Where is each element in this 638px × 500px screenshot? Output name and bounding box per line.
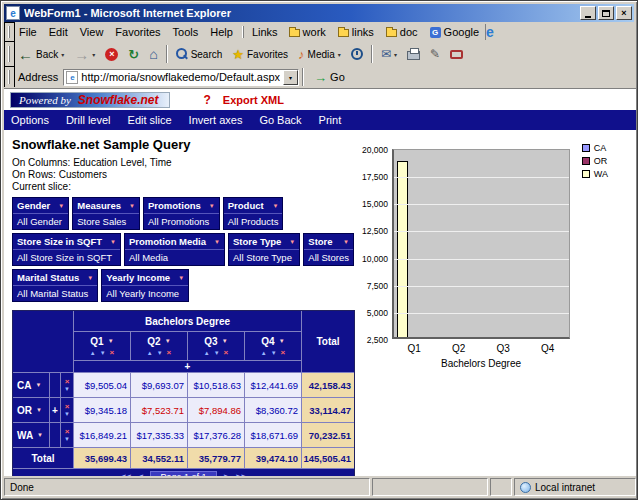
dropdown-arrow-icon[interactable]: ▼	[178, 275, 184, 281]
media-dropdown-icon[interactable]: ▾	[338, 51, 341, 58]
help-link[interactable]: ?	[204, 93, 211, 107]
forward-dropdown-icon[interactable]: ▾	[92, 51, 95, 58]
slicer-gender[interactable]: Gender▼All Gender	[12, 197, 69, 230]
maximize-button[interactable]	[598, 6, 614, 20]
dropdown-arrow-icon[interactable]: ▼	[214, 239, 220, 245]
links-grip[interactable]	[242, 26, 244, 39]
dropdown-arrow-icon[interactable]: ▼	[272, 203, 278, 209]
menu-help[interactable]: Help	[204, 25, 239, 39]
menu-grip[interactable]	[8, 26, 10, 39]
media-button[interactable]: ♪ Media ▾	[293, 45, 346, 64]
sort-asc-icon[interactable]: ▲	[204, 350, 210, 356]
slicer-promotions[interactable]: Promotions▼All Promotions	[143, 197, 220, 230]
edit-button[interactable]: ✎	[425, 45, 445, 63]
links-label[interactable]: Links	[247, 26, 283, 38]
dropdown-arrow-icon[interactable]: ▼	[343, 239, 349, 245]
sort-row-icon[interactable]: ▼	[64, 411, 70, 418]
favorites-button[interactable]: ★ Favorites	[227, 45, 293, 64]
address-input[interactable]: e http://moria/snowflakedemo/Default.asp…	[63, 69, 299, 86]
remove-column-icon[interactable]: ×	[110, 349, 115, 357]
remove-column-icon[interactable]: ×	[167, 349, 172, 357]
slicer-promotion-media[interactable]: Promotion Media▼All Media	[124, 233, 225, 266]
remove-row-icon[interactable]: ×	[65, 378, 70, 386]
link-links[interactable]: links	[332, 26, 380, 38]
app-menu-options[interactable]: Options	[11, 114, 49, 126]
sort-asc-icon[interactable]: ▲	[261, 350, 267, 356]
app-menu-go-back[interactable]: Go Back	[259, 114, 301, 126]
sort-row-icon[interactable]: ▼	[64, 386, 70, 393]
link-doc[interactable]: doc	[380, 26, 424, 38]
remove-column-icon[interactable]: ×	[281, 349, 286, 357]
slicer-yearly-income[interactable]: Yearly Income▼All Yearly Income	[101, 269, 189, 302]
minimize-button[interactable]	[580, 6, 596, 20]
row-dropdown-icon[interactable]: ▼	[35, 382, 41, 388]
row-header-wa[interactable]: WA▼	[13, 423, 49, 447]
dropdown-arrow-icon[interactable]: ▼	[110, 239, 116, 245]
go-button[interactable]: → Go	[307, 70, 352, 85]
address-dropdown-button[interactable]: ▾	[283, 70, 298, 85]
remove-row-icon[interactable]: ×	[65, 428, 70, 436]
mail-dropdown-icon[interactable]: ▾	[394, 51, 397, 58]
sort-row-icon[interactable]: ▼	[64, 436, 70, 443]
sort-desc-icon[interactable]: ▼	[157, 350, 163, 356]
sort-asc-icon[interactable]: ▲	[90, 350, 96, 356]
remove-row-icon[interactable]: ×	[65, 403, 70, 411]
dropdown-arrow-icon[interactable]: ▼	[87, 275, 93, 281]
slicer-product[interactable]: Product▼All Products	[223, 197, 284, 230]
menu-view[interactable]: View	[74, 25, 110, 39]
snowflake-logo[interactable]: Powered by Snowflake.net	[10, 92, 170, 108]
menu-tools[interactable]: Tools	[167, 25, 205, 39]
app-menu-drill-level[interactable]: Drill level	[66, 114, 111, 126]
app-menu-invert-axes[interactable]: Invert axes	[189, 114, 243, 126]
link-google[interactable]: Google	[424, 26, 485, 38]
slicer-store-type[interactable]: Store Type▼All Store Type	[228, 233, 300, 266]
print-button[interactable]	[402, 46, 425, 62]
dropdown-arrow-icon[interactable]: ▼	[209, 203, 215, 209]
back-button[interactable]: ← Back ▾	[13, 45, 69, 64]
dropdown-arrow-icon[interactable]: ▼	[58, 203, 64, 209]
title-bar[interactable]: e WebForm1 - Microsoft Internet Explorer…	[4, 4, 634, 22]
column-header-q1[interactable]: Q1▼▲▼×	[74, 332, 130, 360]
row-header-or[interactable]: OR▼	[13, 398, 49, 422]
sort-desc-icon[interactable]: ▼	[100, 350, 106, 356]
history-button[interactable]	[346, 46, 368, 62]
column-dropdown-icon[interactable]: ▼	[165, 338, 171, 344]
dropdown-arrow-icon[interactable]: ▼	[129, 203, 135, 209]
expand-columns-cell[interactable]: +	[74, 361, 301, 372]
dropdown-arrow-icon[interactable]: ▼	[289, 239, 295, 245]
slicer-store-size-in-sqft[interactable]: Store Size in SQFT▼All Store Size in SQF…	[12, 233, 121, 266]
column-dropdown-icon[interactable]: ▼	[108, 338, 114, 344]
forward-button[interactable]: → ▾	[69, 45, 100, 64]
search-button[interactable]: Search	[171, 46, 228, 62]
column-group-header[interactable]: Bachelors Degree	[74, 311, 301, 331]
back-dropdown-icon[interactable]: ▾	[61, 51, 64, 58]
column-dropdown-icon[interactable]: ▼	[222, 338, 228, 344]
home-button[interactable]: ⌂	[144, 44, 162, 64]
link-work[interactable]: work	[283, 26, 332, 38]
row-dropdown-icon[interactable]: ▼	[36, 407, 42, 413]
mail-button[interactable]: ✉ ▾	[376, 45, 402, 63]
column-header-q2[interactable]: Q2▼▲▼×	[131, 332, 187, 360]
slicer-store[interactable]: Store▼All Stores	[303, 233, 354, 266]
app-menu-print[interactable]: Print	[319, 114, 342, 126]
menu-favorites[interactable]: Favorites	[109, 25, 166, 39]
refresh-button[interactable]: ↻	[123, 45, 144, 64]
remove-column-icon[interactable]: ×	[224, 349, 229, 357]
address-grip[interactable]	[8, 70, 10, 84]
sort-desc-icon[interactable]: ▼	[271, 350, 277, 356]
app-menu-edit-slice[interactable]: Edit slice	[128, 114, 172, 126]
toolbar-grip[interactable]	[8, 46, 10, 63]
column-dropdown-icon[interactable]: ▼	[279, 338, 285, 344]
close-button[interactable]: ×	[616, 6, 632, 20]
sort-desc-icon[interactable]: ▼	[214, 350, 220, 356]
row-dropdown-icon[interactable]: ▼	[37, 432, 43, 438]
column-header-q4[interactable]: Q4▼▲▼×	[245, 332, 301, 360]
row-header-ca[interactable]: CA▼	[13, 373, 49, 397]
column-header-q3[interactable]: Q3▼▲▼×	[188, 332, 244, 360]
slicer-marital-status[interactable]: Marital Status▼All Marital Status	[12, 269, 98, 302]
menu-edit[interactable]: Edit	[43, 25, 74, 39]
export-xml-link[interactable]: Export XML	[223, 94, 284, 106]
slicer-measures[interactable]: Measures▼Store Sales	[72, 197, 140, 230]
sort-asc-icon[interactable]: ▲	[147, 350, 153, 356]
discuss-button[interactable]	[445, 48, 468, 61]
